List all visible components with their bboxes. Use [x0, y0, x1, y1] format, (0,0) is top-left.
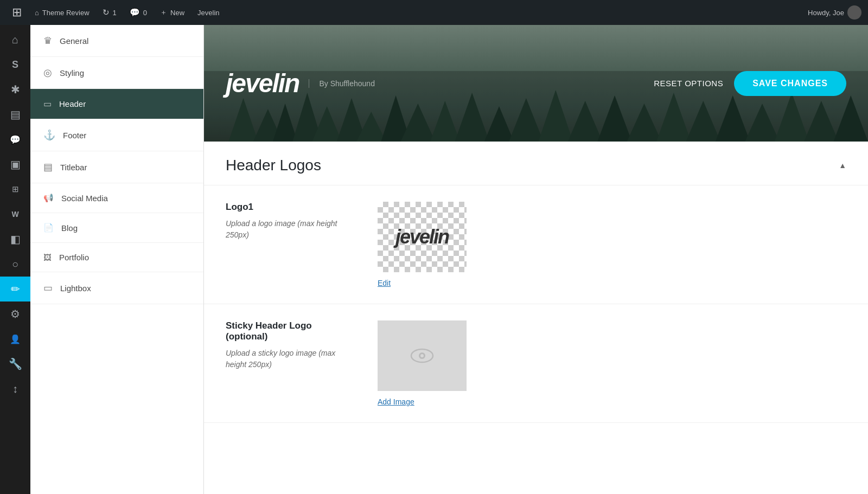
updates-count: 1	[113, 9, 117, 17]
tools-icon: ⚙	[10, 307, 20, 320]
sidebar-icon-circle[interactable]: ○	[0, 252, 30, 277]
sidebar-item-general-label: General	[60, 36, 88, 46]
sticky-logo-add-image-link[interactable]: Add Image	[378, 397, 414, 406]
logo1-title: Logo1	[226, 202, 345, 213]
plugin-label: Jevelin	[197, 9, 219, 17]
eye-icon	[410, 348, 434, 363]
portfolio-icon: 🖼	[43, 253, 52, 262]
logo1-edit-link[interactable]: Edit	[378, 279, 391, 287]
sidebar-item-blog-label: Blog	[61, 223, 78, 233]
users-icon: 👤	[10, 334, 21, 344]
user-greeting: Howdy, Joe	[808, 9, 844, 17]
theme-by: By Shufflehound	[309, 79, 375, 88]
admin-bar: ⊞ ⌂ Theme Review ↻ 1 💬 0 ＋ New Jevelin H…	[0, 0, 868, 25]
logo1-preview: jevelin	[378, 202, 467, 272]
sidebar-icon-media[interactable]: ✱	[0, 77, 30, 102]
sticky-logo-description: Upload a sticky logo image (max height 2…	[226, 348, 345, 370]
sidebar-icon-comments[interactable]: 💬	[0, 127, 30, 152]
sidebar-item-portfolio-label: Portfolio	[59, 253, 89, 262]
sidebar-item-general[interactable]: ♛ General	[30, 25, 203, 57]
logo1-preview-text: jevelin	[395, 226, 449, 248]
wp-logo-item[interactable]: ⊞	[7, 0, 27, 25]
sidebar-item-lightbox[interactable]: ▭ Lightbox	[30, 272, 203, 304]
appearance-icon: ▣	[10, 158, 21, 171]
options-sidebar: ♛ General ◎ Styling ▭ Header ⚓ Footer ▤ …	[30, 25, 204, 494]
sidebar-icon-dashboard[interactable]: ⌂	[0, 27, 30, 52]
admin-bar-left: ⊞ ⌂ Theme Review ↻ 1 💬 0 ＋ New Jevelin	[7, 0, 808, 25]
sticky-logo-title: Sticky Header Logo (optional)	[226, 320, 345, 342]
sidebar-item-blog[interactable]: 📄 Blog	[30, 213, 203, 243]
content-area: jevelin By Shufflehound RESET OPTIONS SA…	[204, 25, 868, 494]
section-heading: Header Logos ▲	[204, 142, 868, 185]
sidebar-icon-pages[interactable]: ▤	[0, 102, 30, 127]
dashboard-icon: ⌂	[12, 34, 18, 46]
plus-icon: ＋	[160, 8, 167, 17]
media-icon: ✱	[11, 83, 20, 96]
wp-icon: ⊞	[12, 5, 22, 20]
main-layout: ⌂ S ✱ ▤ 💬 ▣ ⊞ W ◧ ○ ✏ ⚙ 👤 🔧 ↕ ♛ General …	[0, 25, 868, 494]
new-label: New	[170, 9, 184, 17]
sidebar-item-header-label: Header	[59, 99, 86, 108]
settings-icon: 🔧	[9, 357, 22, 370]
sidebar-icon-layers[interactable]: ◧	[0, 227, 30, 252]
styling-icon: ◎	[43, 67, 52, 79]
logo1-section: Logo1 Upload a logo image (max height 25…	[204, 185, 868, 304]
updates-item[interactable]: ↻ 1	[97, 0, 122, 25]
site-name-item[interactable]: ⌂ Theme Review	[29, 0, 95, 25]
sidebar-icon-settings[interactable]: 🔧	[0, 351, 30, 376]
sticky-logo-info: Sticky Header Logo (optional) Upload a s…	[226, 320, 345, 370]
sidebar-icon-plugins[interactable]: ⊞	[0, 177, 30, 202]
sidebar-item-styling[interactable]: ◎ Styling	[30, 57, 203, 89]
sidebar-icon-import[interactable]: ↕	[0, 376, 30, 401]
logo1-info: Logo1 Upload a logo image (max height 25…	[226, 202, 345, 241]
comments-icon: 💬	[130, 8, 140, 17]
sidebar-item-header[interactable]: ▭ Header	[30, 89, 203, 119]
user-avatar	[847, 5, 861, 20]
plugins-icon: ⊞	[12, 184, 19, 194]
circle-icon: ○	[12, 258, 18, 271]
sidebar-icon-posts[interactable]: S	[0, 52, 30, 77]
plugin-item[interactable]: Jevelin	[192, 0, 225, 25]
social-icon: 📢	[43, 193, 54, 203]
svg-point-28	[420, 354, 424, 357]
crown-icon: ♛	[43, 35, 52, 47]
section-collapse-arrow[interactable]: ▲	[839, 161, 846, 170]
reset-options-button[interactable]: RESET OPTIONS	[654, 79, 723, 88]
customize-icon: ✏	[11, 283, 20, 296]
sidebar-icon-tools[interactable]: ⚙	[0, 301, 30, 326]
sidebar-icon-woocommerce[interactable]: W	[0, 202, 30, 227]
sidebar-item-portfolio[interactable]: 🖼 Portfolio	[30, 243, 203, 272]
theme-banner: jevelin By Shufflehound RESET OPTIONS SA…	[204, 25, 868, 142]
sidebar-icon-customize[interactable]: ✏	[0, 277, 30, 301]
lightbox-icon: ▭	[43, 282, 53, 294]
sidebar-item-social-media[interactable]: 📢 Social Media	[30, 183, 203, 213]
sidebar-item-social-label: Social Media	[61, 194, 108, 203]
theme-logo: jevelin	[226, 68, 299, 98]
sidebar-item-lightbox-label: Lightbox	[60, 284, 91, 293]
sidebar-item-footer-label: Footer	[63, 131, 86, 140]
new-item[interactable]: ＋ New	[155, 0, 190, 25]
sidebar-item-titlebar-label: Titlebar	[60, 163, 87, 172]
icon-sidebar: ⌂ S ✱ ▤ 💬 ▣ ⊞ W ◧ ○ ✏ ⚙ 👤 🔧 ↕	[0, 25, 30, 494]
site-name-label: Theme Review	[42, 9, 90, 17]
woocommerce-icon: W	[11, 210, 18, 219]
layers-icon: ◧	[10, 233, 21, 246]
theme-banner-actions: RESET OPTIONS SAVE CHANGES	[654, 71, 846, 96]
logo1-description: Upload a logo image (max height 250px)	[226, 218, 345, 241]
sticky-logo-image-area: Add Image	[378, 320, 467, 406]
sidebar-icon-appearance[interactable]: ▣	[0, 152, 30, 177]
sidebar-item-styling-label: Styling	[60, 68, 84, 78]
sidebar-item-titlebar[interactable]: ▤ Titlebar	[30, 151, 203, 183]
pages-icon: ▤	[10, 108, 21, 121]
anchor-icon: ⚓	[43, 129, 55, 141]
sticky-logo-section: Sticky Header Logo (optional) Upload a s…	[204, 304, 868, 423]
sidebar-item-footer[interactable]: ⚓ Footer	[30, 119, 203, 151]
logo1-image-area: jevelin Edit	[378, 202, 467, 287]
sidebar-icon-users[interactable]: 👤	[0, 326, 30, 351]
admin-bar-right: Howdy, Joe	[808, 5, 861, 20]
comments-item[interactable]: 💬 0	[124, 0, 152, 25]
sticky-logo-placeholder	[378, 320, 467, 391]
save-changes-button[interactable]: SAVE CHANGES	[734, 71, 846, 96]
posts-icon: S	[12, 59, 18, 70]
titlebar-icon: ▤	[43, 161, 53, 173]
